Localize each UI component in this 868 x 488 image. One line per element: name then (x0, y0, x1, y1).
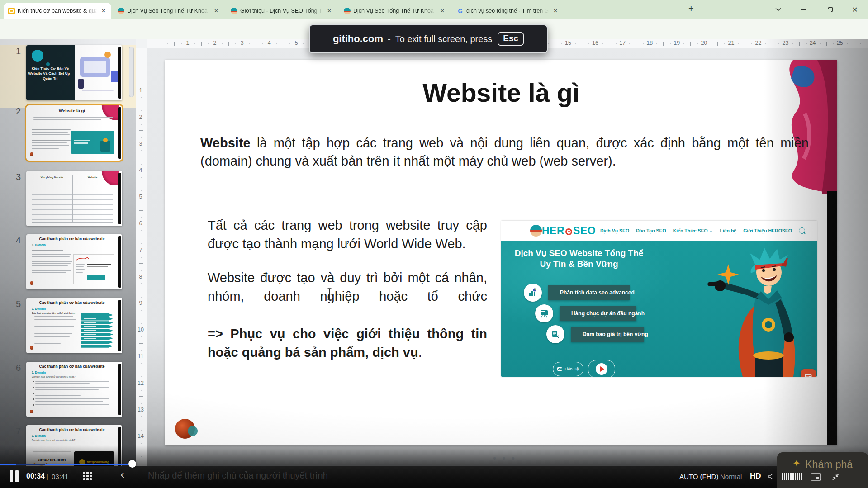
bullet-line (35, 381, 109, 382)
browser-tab-2[interactable]: Dịch Vụ Seo Tổng Thể Từ Khóa V✕ (113, 3, 224, 19)
bullet-line (35, 407, 76, 407)
browser-menu-chevron[interactable] (768, 0, 788, 19)
new-tab-button[interactable]: + (688, 4, 694, 14)
website-header: HER SEO Dịch Vụ SEOĐào Tạo SEOKiến Thức … (501, 221, 817, 241)
tab-close-icon[interactable]: ✕ (100, 7, 108, 15)
ruler-number: 5 (292, 40, 301, 46)
thumb-title: Các thành phần cơ bản của website (26, 237, 118, 241)
volume-bars[interactable] (782, 473, 802, 480)
text-line (76, 269, 85, 270)
slide-title[interactable]: Website là gì (165, 78, 837, 108)
picture-in-picture-icon[interactable] (811, 473, 821, 481)
table-col1: Văn phòng làm việc (32, 176, 72, 179)
ruler-tick-dot (765, 43, 766, 44)
slide-paragraph-2[interactable]: Website được tạo và duy trì bởi một cá n… (208, 269, 487, 306)
bullet-line (35, 395, 81, 396)
mini-label (87, 275, 105, 280)
mini-line (74, 142, 88, 144)
tab-close-icon[interactable]: ✕ (438, 7, 446, 15)
volume-bar (790, 473, 792, 480)
exit-fullscreen-icon[interactable] (831, 473, 840, 481)
tab-title: dịch vụ seo tổng thể - Tìm trên G (466, 8, 549, 14)
ruler-tick-dot (303, 43, 304, 44)
ruler-tick-dot (276, 43, 277, 44)
slide-intro-paragraph[interactable]: Website là một tập hợp các trang web và … (200, 134, 809, 170)
previous-chevron-icon[interactable]: ‹ (120, 467, 124, 482)
bullet-dot (33, 343, 33, 344)
mute-speaker-icon[interactable] (768, 473, 777, 480)
bullet-line (34, 343, 61, 344)
browser-tab-3[interactable]: Giới thiệu - Dịch Vụ SEO Tổng Th✕ (226, 3, 337, 19)
nav-item: Đào Tạo SEO (636, 228, 666, 233)
tab-strip-tabs: Kiến thức cơ bản website & quản✕Dịch Vụ … (0, 0, 678, 19)
window-restore-button[interactable] (819, 0, 839, 19)
hd-badge[interactable]: HD (750, 472, 761, 481)
bullet-dot (33, 339, 33, 340)
ruler-tick-dot (697, 43, 698, 44)
ruler-tick-dot (656, 43, 657, 44)
ruler-number: 16 (591, 40, 600, 46)
browser-tab-5[interactable]: Gdịch vụ seo tổng thể - Tìm trên G✕ (452, 3, 563, 19)
bullet-line (35, 401, 103, 402)
tab-strip: Kiến thức cơ bản website & quản✕Dịch Vụ … (0, 0, 868, 19)
lessons-grid-icon[interactable] (83, 472, 92, 481)
logo-her: HER (542, 225, 564, 237)
text-line (32, 261, 72, 262)
teal-dot (46, 62, 50, 66)
quality-label[interactable]: AUTO (FHD) (679, 473, 718, 480)
tab-close-icon[interactable]: ✕ (325, 7, 333, 15)
slide-thumbnail-1[interactable]: Kiến Thức Cơ Bản Về Website Và Cách Set … (26, 45, 122, 100)
chat-icon (805, 374, 812, 377)
bullet-dot (33, 381, 34, 382)
ruler-tick-dot (141, 257, 142, 258)
ruler-tick-dot (141, 124, 142, 125)
ruler-tick (745, 42, 745, 46)
thumb-screenshot (71, 128, 114, 154)
slide-thumbnail-5[interactable]: Các thành phần cơ bản của website 1. Dom… (26, 298, 122, 353)
ruler-tick-dot (194, 43, 195, 44)
tab-close-icon[interactable]: ✕ (551, 7, 560, 15)
thumb-black-bar (118, 173, 121, 224)
ruler-tick-dot (141, 443, 142, 444)
paragraph-3-period: . (418, 345, 422, 360)
ruler-tick (139, 370, 143, 370)
bullet-dot (33, 316, 33, 317)
slide-image-heroseo-website: Dịch Vụ SEO Website Tổng Thể Uy Tín & Bề… (501, 221, 817, 377)
cover-title: Kiến Thức Cơ Bản Về Website Và Cách Set … (28, 66, 72, 81)
mascot-favicon (231, 8, 237, 14)
tab-close-icon[interactable]: ✕ (212, 7, 220, 15)
slide-paragraph-3[interactable]: => Phục vụ cho việc giới thiệu thông tin… (208, 325, 487, 362)
text-cursor (327, 288, 332, 300)
bullet-line (35, 393, 109, 393)
browser-tab-4[interactable]: Dịch Vụ Seo Tổng Thể Từ Khóa V✕ (339, 3, 450, 19)
bullet-dot (33, 404, 34, 406)
target-icon (565, 228, 572, 235)
slides-favicon (8, 8, 15, 14)
pause-bar (10, 470, 13, 482)
window-close-button[interactable]: ✕ (845, 0, 865, 19)
thumb-subtitle: 1. Domain (32, 371, 46, 374)
domain-arrow (81, 317, 113, 321)
filmstrip-scrollbar[interactable] (129, 47, 134, 97)
notes-splitter-dots[interactable]: • • • (493, 453, 517, 464)
window-minimize-button[interactable] (793, 0, 813, 19)
intro-rest: là một tập hợp các trang web và nội dung… (200, 136, 809, 168)
time-separator: | (47, 472, 48, 480)
feature-label: Đảm bảo giá trị bền vững (583, 331, 648, 337)
slide-thumbnail-3[interactable]: Văn phòng làm việc Website (26, 171, 122, 226)
ruler-tick (139, 104, 143, 104)
bullet-dot (33, 398, 34, 400)
tab-divider (451, 5, 451, 14)
ruler-tick (609, 42, 609, 46)
video-progress-remaining[interactable] (133, 464, 868, 464)
volume-bar (799, 473, 800, 480)
slide-thumbnail-6[interactable]: Các thành phần cơ bản của website 1. Dom… (26, 362, 122, 417)
ruler-tick-dot (141, 456, 142, 457)
slide-thumbnail-4[interactable]: Các thành phần cơ bản của website 1. Dom… (26, 234, 122, 289)
slide-paragraph-1[interactable]: Tất cả các trang web trong website truy … (208, 216, 487, 253)
ruler-tick-dot (738, 43, 739, 44)
bullet-dot (33, 326, 33, 327)
slide-thumbnail-2[interactable]: Website là gì (26, 105, 122, 161)
playback-speed-label[interactable]: Normal (720, 473, 742, 480)
browser-tab-1[interactable]: Kiến thức cơ bản website & quản✕ (4, 3, 111, 19)
